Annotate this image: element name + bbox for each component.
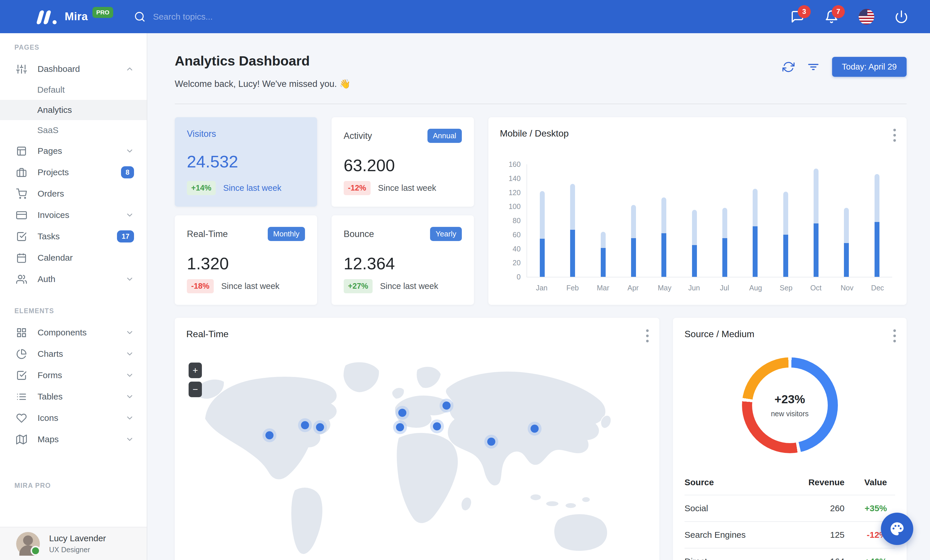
bar-sep [783, 192, 788, 277]
x-tick-label: Mar [597, 284, 608, 292]
language-flag-us-button[interactable] [859, 9, 874, 25]
brand[interactable]: Mira PRO [0, 9, 113, 24]
column-header-revenue[interactable]: Revenue [785, 470, 844, 495]
tasks-count-badge: 17 [117, 230, 134, 242]
theme-settings-fab[interactable] [881, 512, 913, 545]
refresh-icon [782, 61, 795, 73]
search-box[interactable] [134, 11, 298, 23]
logout-button[interactable] [895, 10, 908, 24]
user-avatar [16, 532, 40, 556]
y-tick-label: 160 [500, 160, 521, 169]
sidebar-item-projects[interactable]: Projects 8 [0, 162, 147, 183]
x-tick-label: Aug [749, 284, 761, 292]
table-row: Search Engines 125 -12% [685, 522, 895, 548]
sidebar-item-tables[interactable]: Tables [0, 386, 147, 407]
sidebar-item-auth[interactable]: Auth [0, 268, 147, 290]
bar-nov [844, 208, 849, 277]
column-header-value[interactable]: Value [844, 470, 895, 495]
sidebar-subitem-analytics[interactable]: Analytics [0, 100, 147, 120]
chevron-down-icon [125, 392, 134, 401]
cell-revenue: 164 [785, 548, 844, 560]
stat-value: 12.364 [344, 254, 462, 273]
filter-button[interactable] [807, 61, 819, 73]
map-marker-east-europe[interactable] [433, 422, 441, 430]
delta-chip: +14% [187, 181, 216, 195]
sidebar-item-dashboard[interactable]: Dashboard [0, 58, 147, 80]
sidebar-item-components[interactable]: Components [0, 322, 147, 343]
world-map-graphic [186, 348, 648, 554]
donut-center-value: +23% [774, 393, 805, 406]
bar-mar [601, 232, 606, 277]
period-tag[interactable]: Yearly [430, 227, 462, 241]
briefcase-icon [16, 167, 27, 178]
y-tick-label: 120 [500, 188, 521, 196]
stat-note: Since last week [380, 281, 439, 291]
map-marker-china[interactable] [531, 425, 539, 433]
sidebar-item-label: Analytics [37, 105, 72, 115]
date-button[interactable]: Today: April 29 [832, 57, 907, 77]
sidebar-item-label: Projects [37, 167, 121, 177]
stat-note: Since last week [221, 281, 280, 291]
grid-icon [16, 327, 27, 338]
y-tick-label: 60 [500, 230, 521, 239]
notifications-button[interactable]: 7 [825, 10, 838, 24]
bar-mobile-segment [875, 222, 879, 277]
y-tick-label: 40 [500, 244, 521, 253]
refresh-button[interactable] [782, 61, 795, 73]
bar-aug [753, 189, 758, 277]
world-map: + − [186, 348, 648, 554]
period-tag[interactable]: Annual [428, 129, 462, 143]
map-marker-us-east[interactable] [316, 423, 324, 431]
sidebar-item-pages[interactable]: Pages [0, 140, 147, 162]
sidebar-item-maps[interactable]: Maps [0, 429, 147, 450]
map-marker-us-central[interactable] [301, 421, 309, 429]
panel-title: Mobile / Desktop [500, 128, 895, 139]
more-options-button[interactable] [893, 129, 896, 144]
map-marker-spain[interactable] [396, 423, 404, 431]
map-marker-uk[interactable] [398, 409, 406, 417]
sidebar-subitem-default[interactable]: Default [0, 80, 147, 100]
more-options-button[interactable] [893, 329, 896, 345]
map-marker-russia[interactable] [442, 402, 451, 410]
sidebar-user-card[interactable]: Lucy Lavender UX Designer [0, 527, 147, 560]
map-marker-us-west[interactable] [265, 431, 274, 439]
sidebar-item-tasks[interactable]: Tasks 17 [0, 226, 147, 247]
stat-title: Bounce [344, 229, 374, 239]
x-tick-label: Nov [841, 284, 852, 292]
source-medium-panel: Source / Medium +23% new visitors Source… [673, 318, 907, 560]
stat-card-visitors: Visitors 24.532 +14% Since last week [175, 117, 317, 207]
map-marker-india[interactable] [487, 437, 495, 446]
bar-dec [875, 174, 879, 277]
more-options-button[interactable] [646, 329, 649, 345]
map-zoom-in-button[interactable]: + [189, 362, 202, 378]
messages-count-badge: 3 [798, 5, 811, 18]
x-tick-label: Feb [567, 284, 578, 292]
sidebar-subitem-saas[interactable]: SaaS [0, 120, 147, 140]
sidebar-item-icons[interactable]: Icons [0, 407, 147, 429]
sidebar-item-invoices[interactable]: Invoices [0, 204, 147, 226]
x-tick-label: Oct [810, 284, 822, 292]
messages-button[interactable]: 3 [790, 10, 804, 24]
navbar-actions: 3 7 [790, 9, 930, 25]
bar-mobile-segment [661, 233, 666, 277]
online-status-dot [31, 546, 40, 556]
app-root: Mira PRO 3 7 PAGES [0, 0, 930, 560]
bar-mobile-segment [540, 239, 545, 277]
search-input[interactable] [152, 12, 298, 22]
delta-chip: -18% [187, 279, 214, 293]
cell-source: Search Engines [685, 522, 785, 548]
sidebar-item-charts[interactable]: Charts [0, 343, 147, 365]
stat-title: Real-Time [187, 229, 228, 239]
column-header-source[interactable]: Source [685, 470, 785, 495]
stat-card-realtime: Real-Time Monthly 1.320 -18% Since last … [175, 215, 317, 305]
cell-revenue: 260 [785, 495, 844, 522]
credit-card-icon [16, 210, 27, 221]
period-tag[interactable]: Monthly [268, 227, 305, 241]
brand-name: Mira [65, 11, 88, 23]
map-zoom-out-button[interactable]: − [189, 382, 202, 397]
x-tick-label: May [657, 284, 669, 292]
sidebar-item-forms[interactable]: Forms [0, 365, 147, 386]
sidebar-item-calendar[interactable]: Calendar [0, 247, 147, 268]
bar-jul [722, 208, 727, 277]
sidebar-item-orders[interactable]: Orders [0, 183, 147, 204]
